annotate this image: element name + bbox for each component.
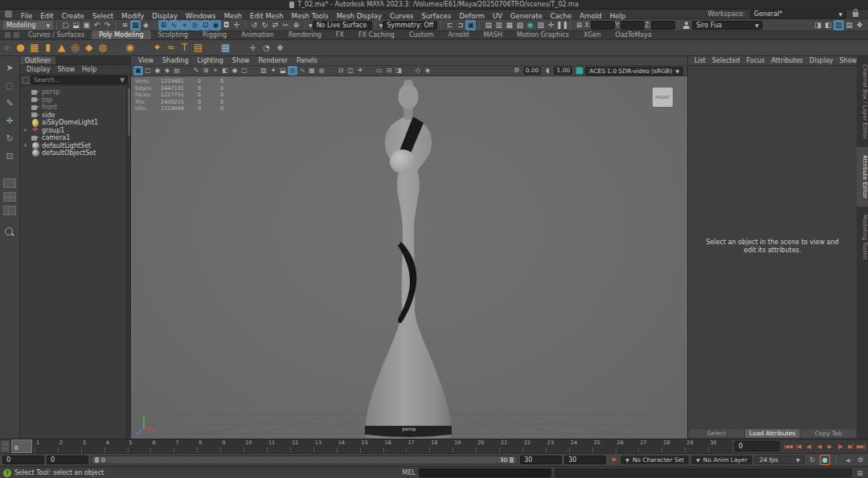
sweep-mesh-icon[interactable]: ✦ <box>150 41 164 55</box>
shelf-tab[interactable]: FX Caching <box>351 31 402 39</box>
save-scene-icon[interactable]: ▣ <box>81 20 92 31</box>
live-surface-field[interactable]: No Live Surface <box>313 21 372 30</box>
viewport-menu-item[interactable]: Show <box>228 57 254 64</box>
user-account-select[interactable]: Siro Fua▼ <box>692 21 763 30</box>
shelf-handle-icon[interactable] <box>5 46 9 50</box>
menu-item[interactable]: Windows <box>182 12 220 20</box>
depth-of-field-icon[interactable]: ◍ <box>317 66 326 76</box>
gamma-value[interactable]: 1.00 <box>554 67 572 75</box>
flat-shade-icon[interactable]: ◧ <box>220 66 230 76</box>
range-start-handle[interactable] <box>95 457 99 463</box>
gate-mask-icon[interactable]: ◨ <box>394 66 403 76</box>
shelf-tab[interactable]: Poly Modeling <box>92 31 150 39</box>
outliner-menu-item[interactable]: Help <box>79 66 100 73</box>
time-node-icon[interactable]: ◔ <box>260 41 273 55</box>
zoom-tool-icon[interactable] <box>5 227 14 237</box>
play-forwards-button[interactable]: ▶ <box>825 442 834 451</box>
outliner-menu-item[interactable]: Show <box>55 66 79 73</box>
scale-tool[interactable]: ⊡ <box>3 149 17 163</box>
select-hierarchy-icon[interactable]: ≡ <box>120 20 130 31</box>
poly-cylinder-icon[interactable]: ▮ <box>41 41 55 55</box>
workspace-controls-icon[interactable]: ❖ <box>854 20 865 31</box>
outliner-item[interactable]: defaultObjectSet <box>22 149 130 157</box>
curve-warp-icon[interactable]: ≈ <box>164 41 178 55</box>
shadows-icon[interactable]: ⬓ <box>278 66 288 76</box>
workspace-select[interactable]: General*▼ <box>750 10 846 18</box>
viewport-menu-item[interactable]: Renderer <box>254 57 292 64</box>
points-icon[interactable]: ⌖ <box>211 66 220 76</box>
poly-plane-icon[interactable]: ◆ <box>82 41 96 55</box>
outliner-item[interactable]: front <box>22 104 130 112</box>
symmetry-field[interactable]: Symmetry: Off <box>383 21 437 30</box>
attribute-editor-menu-item[interactable]: List <box>691 57 709 64</box>
smooth-shade-icon[interactable]: ◉ <box>230 66 240 76</box>
go-to-start-button[interactable]: |◀◀ <box>783 442 792 451</box>
color-managed-icon[interactable] <box>575 67 583 75</box>
shelf-tab[interactable]: Arnold <box>441 31 477 39</box>
xray-joints-icon[interactable]: ✛ <box>355 66 365 76</box>
input-connections-icon[interactable]: ↺ <box>249 20 260 31</box>
pane-right-icon[interactable]: ⊐ <box>455 20 465 31</box>
time-slider-handle[interactable] <box>0 439 11 453</box>
menu-item[interactable]: Help <box>606 12 629 20</box>
range-end-handle[interactable] <box>510 457 514 463</box>
shelf-tab[interactable]: Sculpting <box>151 31 195 39</box>
shelf-tab[interactable]: XGen <box>576 31 608 39</box>
shelf-tab[interactable]: Rendering <box>281 31 329 39</box>
search-input[interactable]: Search...▼ <box>31 76 128 84</box>
screen-ao-icon[interactable]: ◎ <box>288 66 297 76</box>
poly-cone-icon[interactable]: ▲ <box>55 41 68 55</box>
anim-layer-select[interactable]: ▼No Anim Layer <box>691 456 752 464</box>
type-tool-icon[interactable]: T <box>178 41 191 55</box>
attribute-editor-menu-item[interactable]: Selected <box>709 57 743 64</box>
menu-item[interactable]: Edit <box>36 12 57 20</box>
character-controls-icon[interactable]: ⊕ <box>291 20 301 31</box>
outliner-title[interactable]: Outliner <box>20 56 55 64</box>
mute-audio-icon[interactable]: ◄) <box>842 455 853 465</box>
menu-item[interactable]: Display <box>148 12 181 20</box>
snip-history-icon[interactable]: ✂ <box>280 20 291 31</box>
shelf-tab[interactable]: Animation <box>234 31 281 39</box>
menu-item[interactable]: Modify <box>117 12 148 20</box>
shelf-options-icon[interactable] <box>14 32 19 38</box>
layout-four-pane-button[interactable] <box>3 192 16 202</box>
lock-selection-icon[interactable]: ◘ <box>221 20 231 31</box>
x-coordinate-field[interactable] <box>591 21 615 30</box>
attribute-editor-toggle-icon[interactable]: ▥ <box>833 20 844 31</box>
bounding-box-icon[interactable]: ▢ <box>240 66 249 76</box>
new-scene-icon[interactable]: ▢ <box>60 20 71 31</box>
sidebar-tab[interactable]: Attribute Editor <box>857 147 868 206</box>
viewport-menu-item[interactable]: View <box>134 57 158 64</box>
outliner-filter-icon[interactable] <box>23 77 29 84</box>
command-line-language-label[interactable]: MEL <box>403 469 416 476</box>
select-object-icon[interactable]: ▦ <box>130 20 141 31</box>
shelf-menu-icon[interactable] <box>5 32 10 38</box>
camera-attributes-icon[interactable]: ◉ <box>153 66 162 76</box>
viewport-menu-item[interactable]: Panels <box>293 57 321 64</box>
light-editor-icon[interactable]: ✛ <box>546 20 556 31</box>
object-details-icon[interactable]: ⊞ <box>574 20 584 31</box>
menu-item[interactable]: Deform <box>455 12 489 20</box>
step-back-frame-button[interactable]: ◀| <box>804 442 813 451</box>
highlight-affected-icon[interactable]: ✛ <box>231 20 242 31</box>
sidebar-tab[interactable]: Modeling Toolkit <box>857 206 868 268</box>
outliner-item[interactable]: side <box>22 112 130 120</box>
chevron-down-icon[interactable]: ▼ <box>309 22 313 28</box>
expand-toggle[interactable]: + <box>22 127 29 133</box>
scatter-icon[interactable]: ❖ <box>273 41 287 55</box>
shelf-tab[interactable]: Rigging <box>195 31 234 39</box>
attribute-editor-menu-item[interactable]: Focus <box>743 57 768 64</box>
open-scene-icon[interactable]: ⬓ <box>71 20 81 31</box>
bookmarks-icon[interactable]: ◈ <box>162 66 172 76</box>
animation-preferences-icon[interactable]: ⚙ <box>855 455 866 465</box>
shelf-tab[interactable]: Motion Graphics <box>510 31 576 39</box>
z-coordinate-field[interactable] <box>651 21 675 30</box>
multisample-icon[interactable]: ▦ <box>307 66 317 76</box>
menu-item[interactable]: Mesh Display <box>333 12 386 20</box>
character-set-select[interactable]: ▼No Character Set <box>620 456 689 464</box>
attribute-editor-menu-item[interactable]: Attributes <box>768 57 807 64</box>
outliner-scrollbar[interactable] <box>126 86 130 439</box>
attribute-editor-button[interactable]: Copy Tab <box>800 429 856 438</box>
viewport-menu-item[interactable]: Shading <box>158 57 193 64</box>
auto-keyframe-toggle[interactable]: ● <box>820 455 830 465</box>
